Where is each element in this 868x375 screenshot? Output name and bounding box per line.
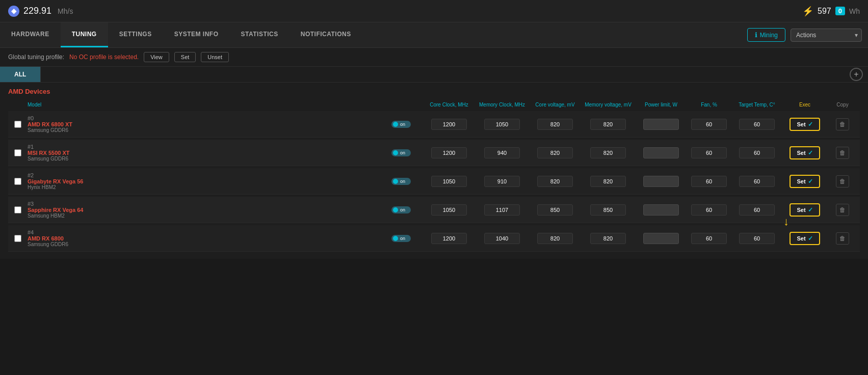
- row-checkbox-1[interactable]: [14, 149, 21, 156]
- power-limit-input-2[interactable]: [643, 176, 679, 187]
- toggle-switch-0[interactable]: on: [391, 121, 411, 128]
- fan-input-0[interactable]: [691, 119, 727, 130]
- mem-clock-input-4[interactable]: [484, 233, 520, 244]
- lightning-icon: ⚡: [802, 6, 813, 17]
- toggle-switch-2[interactable]: on: [391, 178, 411, 185]
- toggle-col-3[interactable]: on: [381, 206, 422, 213]
- mining-button[interactable]: ℹ Mining: [747, 28, 785, 42]
- fan-input-2[interactable]: [691, 176, 727, 187]
- tab-tuning[interactable]: TUNING: [61, 22, 108, 47]
- toggle-col-0[interactable]: on: [381, 121, 422, 128]
- target-temp-input-4[interactable]: [739, 233, 775, 244]
- row-checkbox-3[interactable]: [14, 206, 21, 213]
- delete-button-2[interactable]: 🗑: [836, 175, 849, 188]
- th-fan: Fan, %: [689, 101, 729, 108]
- target-temp-col-4: [731, 233, 782, 244]
- mem-volt-input-2[interactable]: [590, 176, 626, 187]
- target-temp-input-1[interactable]: [739, 147, 775, 158]
- core-clock-input-1[interactable]: [431, 147, 467, 158]
- toggle-switch-1[interactable]: on: [391, 149, 411, 156]
- set-label-0: Set: [797, 121, 805, 127]
- fan-input-1[interactable]: [691, 147, 727, 158]
- row-checkbox-col: [10, 149, 25, 156]
- toggle-switch-4[interactable]: on: [391, 235, 411, 242]
- power-limit-input-4[interactable]: [643, 233, 679, 244]
- delete-button-0[interactable]: 🗑: [836, 118, 849, 130]
- actions-select[interactable]: Actions: [791, 29, 862, 42]
- set-button-3[interactable]: Set ✓: [790, 203, 820, 217]
- mem-clock-input-2[interactable]: [484, 176, 520, 187]
- target-temp-input-3[interactable]: [739, 204, 775, 216]
- mem-volt-input-4[interactable]: [590, 233, 626, 244]
- profile-bar: Global tuning profile: No OC profile is …: [0, 48, 868, 67]
- fan-input-3[interactable]: [691, 204, 727, 216]
- row-checkbox-4[interactable]: [14, 235, 21, 242]
- set-button-4[interactable]: Set ✓: [790, 232, 820, 245]
- tab-settings[interactable]: SETTINGS: [108, 22, 163, 47]
- device-index-1: #1: [28, 144, 379, 150]
- core-volt-input-3[interactable]: [537, 204, 573, 216]
- unset-button[interactable]: Unset: [201, 52, 229, 62]
- actions-wrapper: Actions: [791, 29, 862, 42]
- core-clock-input-4[interactable]: [431, 233, 467, 244]
- set-button-2[interactable]: Set ✓: [790, 175, 820, 188]
- core-volt-input-2[interactable]: [537, 176, 573, 187]
- set-check-${i}: ✓: [808, 206, 813, 213]
- mem-volt-input-0[interactable]: [590, 119, 626, 130]
- device-rows: #0 AMD RX 6800 XT Samsung GDDR6 on: [8, 111, 860, 252]
- toggle-switch-3[interactable]: on: [391, 206, 411, 213]
- mem-volt-input-1[interactable]: [590, 147, 626, 158]
- target-temp-col-0: [731, 119, 782, 130]
- top-bar-left: ◆ 229.91 Mh/s: [8, 6, 73, 17]
- power-limit-col-4: [636, 233, 687, 244]
- row-checkbox-2[interactable]: [14, 178, 21, 185]
- add-tab-button[interactable]: +: [850, 68, 863, 81]
- main-content: ↓ AMD Devices Model Core Clock, MHz Memo…: [0, 83, 868, 259]
- core-volt-input-4[interactable]: [537, 233, 573, 244]
- nav-right: ℹ Mining Actions: [747, 28, 868, 42]
- mem-volt-col-0: [583, 119, 634, 130]
- row-checkbox-0[interactable]: [14, 121, 21, 128]
- mem-volt-input-3[interactable]: [590, 204, 626, 216]
- core-clock-input-2[interactable]: [431, 176, 467, 187]
- device-mem-0: Samsung GDDR6: [28, 127, 379, 133]
- power-limit-input-1[interactable]: [643, 147, 679, 158]
- core-volt-input-1[interactable]: [537, 147, 573, 158]
- section-title: AMD Devices: [8, 88, 860, 95]
- power-limit-col-3: [636, 204, 687, 216]
- core-clock-input-3[interactable]: [431, 204, 467, 216]
- mem-clock-input-0[interactable]: [484, 119, 520, 130]
- exec-arrow-indicator: ↓: [783, 215, 789, 228]
- delete-button-3[interactable]: 🗑: [836, 204, 849, 216]
- all-tab[interactable]: ALL: [0, 67, 41, 82]
- mem-clock-input-3[interactable]: [484, 204, 520, 216]
- set-button-1[interactable]: Set ✓: [790, 146, 820, 159]
- toggle-col-4[interactable]: on: [381, 235, 422, 242]
- set-profile-button[interactable]: Set: [174, 52, 196, 62]
- delete-button-4[interactable]: 🗑: [836, 232, 849, 245]
- mem-clock-input-1[interactable]: [484, 147, 520, 158]
- set-button-0[interactable]: Set ✓: [790, 118, 820, 131]
- toggle-dot-4: [393, 236, 398, 241]
- view-button[interactable]: View: [144, 52, 169, 62]
- power-value: 597: [818, 7, 831, 16]
- target-temp-input-2[interactable]: [739, 176, 775, 187]
- tab-system-info[interactable]: SYSTEM INFO: [163, 22, 230, 47]
- power-limit-input-3[interactable]: [643, 204, 679, 216]
- th-copy: Copy: [827, 101, 858, 108]
- target-temp-input-0[interactable]: [739, 119, 775, 130]
- core-volt-input-0[interactable]: [537, 119, 573, 130]
- core-clock-input-0[interactable]: [431, 119, 467, 130]
- fan-input-4[interactable]: [691, 233, 727, 244]
- toggle-col-1[interactable]: on: [381, 149, 422, 156]
- mem-clock-col-1: [477, 147, 528, 158]
- tab-statistics[interactable]: STATISTICS: [230, 22, 290, 47]
- tab-notifications[interactable]: NOTIFICATIONS: [290, 22, 362, 47]
- set-label-3: Set: [797, 207, 805, 213]
- delete-button-1[interactable]: 🗑: [836, 147, 849, 159]
- tab-hardware[interactable]: HARDWARE: [0, 22, 61, 47]
- fan-col-2: [689, 176, 729, 187]
- no-oc-text: No OC profile is selected.: [69, 53, 139, 61]
- toggle-col-2[interactable]: on: [381, 178, 422, 185]
- power-limit-input-0[interactable]: [643, 119, 679, 130]
